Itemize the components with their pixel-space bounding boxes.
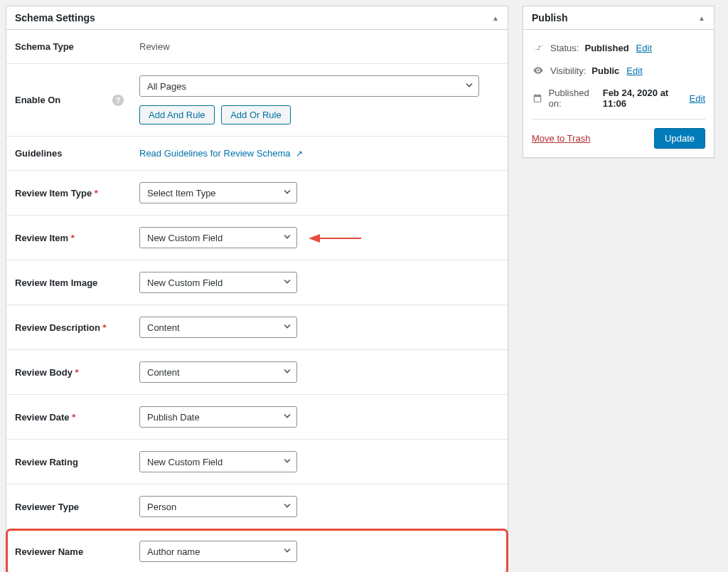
row-review-date: Review Date * Publish Date bbox=[6, 395, 508, 440]
label-review-rating: Review Rating bbox=[6, 440, 131, 484]
label-review-date: Review Date bbox=[15, 412, 70, 423]
row-review-description: Review Description * Content bbox=[6, 305, 508, 350]
edit-status-link[interactable]: Edit bbox=[636, 43, 652, 53]
guidelines-link[interactable]: Read Guidelines for Review Schema ↗ bbox=[139, 148, 303, 159]
schema-settings-header[interactable]: Schema Settings ▲ bbox=[6, 6, 508, 30]
review-item-select[interactable]: New Custom Field bbox=[139, 227, 297, 248]
help-icon[interactable]: ? bbox=[112, 95, 124, 106]
calendar-icon bbox=[532, 93, 543, 103]
required-indicator: * bbox=[72, 412, 75, 423]
pin-icon bbox=[532, 43, 545, 53]
schema-settings-panel: Schema Settings ▲ Schema Type Review Ena… bbox=[6, 6, 508, 572]
add-and-rule-button[interactable]: Add And Rule bbox=[139, 105, 215, 125]
external-link-icon: ↗ bbox=[296, 149, 303, 159]
row-reviewer-type: Reviewer Type Person bbox=[6, 484, 508, 529]
required-indicator: * bbox=[75, 367, 79, 378]
chevron-down-icon bbox=[283, 412, 291, 423]
chevron-down-icon bbox=[283, 322, 291, 333]
edit-visibility-link[interactable]: Edit bbox=[626, 65, 642, 76]
label-review-body: Review Body bbox=[15, 367, 73, 378]
row-schema-type: Schema Type Review bbox=[6, 30, 508, 64]
publish-status-line: Status: Published Edit bbox=[532, 37, 705, 59]
publish-status-value: Published bbox=[584, 43, 628, 53]
label-enable-on: Enable On ? bbox=[6, 64, 131, 137]
publish-visibility-value: Public bbox=[592, 65, 619, 76]
chevron-down-icon bbox=[283, 233, 291, 243]
edit-date-link[interactable]: Edit bbox=[690, 93, 705, 104]
chevron-down-icon bbox=[283, 457, 291, 467]
review-rating-select[interactable]: New Custom Field bbox=[139, 451, 297, 472]
label-guidelines: Guidelines bbox=[6, 137, 131, 171]
eye-icon bbox=[532, 65, 545, 76]
row-reviewer-name: Reviewer Name Author name bbox=[6, 529, 508, 573]
schema-settings-title: Schema Settings bbox=[15, 12, 95, 23]
chevron-down-icon bbox=[283, 277, 291, 288]
chevron-down-icon bbox=[283, 502, 291, 512]
reviewer-name-select[interactable]: Author name bbox=[139, 541, 297, 562]
label-review-description: Review Description bbox=[15, 322, 100, 333]
row-guidelines: Guidelines Read Guidelines for Review Sc… bbox=[6, 137, 508, 171]
enable-on-select[interactable]: All Pages bbox=[139, 75, 479, 97]
review-item-type-select[interactable]: Select Item Type bbox=[139, 182, 297, 203]
svg-marker-1 bbox=[309, 234, 320, 243]
collapse-icon: ▲ bbox=[492, 14, 499, 22]
row-review-rating: Review Rating New Custom Field bbox=[6, 440, 508, 484]
label-reviewer-name: Reviewer Name bbox=[6, 529, 131, 573]
value-schema-type: Review bbox=[131, 30, 508, 64]
review-date-select[interactable]: Publish Date bbox=[139, 406, 297, 428]
chevron-down-icon bbox=[283, 367, 291, 378]
schema-settings-table: Schema Type Review Enable On ? All Pages bbox=[6, 30, 508, 572]
row-enable-on: Enable On ? All Pages bbox=[6, 64, 508, 137]
add-or-rule-button[interactable]: Add Or Rule bbox=[221, 105, 291, 125]
label-review-item-image: Review Item Image bbox=[6, 260, 131, 305]
publish-date-line: Published on: Feb 24, 2020 at 11:06 Edit bbox=[532, 82, 705, 115]
publish-date-value: Feb 24, 2020 at 11:06 bbox=[603, 88, 682, 109]
chevron-down-icon bbox=[465, 81, 473, 92]
required-indicator: * bbox=[103, 322, 107, 333]
required-indicator: * bbox=[71, 233, 75, 243]
label-review-item: Review Item bbox=[15, 233, 68, 243]
publish-header[interactable]: Publish ▲ bbox=[523, 6, 714, 30]
publish-visibility-line: Visibility: Public Edit bbox=[532, 59, 705, 82]
row-review-item-type: Review Item Type * Select Item Type bbox=[6, 171, 508, 216]
review-description-select[interactable]: Content bbox=[139, 317, 297, 338]
label-reviewer-type: Reviewer Type bbox=[6, 484, 131, 529]
collapse-icon: ▲ bbox=[698, 14, 705, 22]
update-button[interactable]: Update bbox=[654, 128, 705, 149]
reviewer-type-select[interactable]: Person bbox=[139, 496, 297, 517]
move-to-trash-link[interactable]: Move to Trash bbox=[532, 133, 590, 144]
chevron-down-icon bbox=[283, 188, 291, 198]
chevron-down-icon bbox=[283, 546, 291, 557]
review-item-image-select[interactable]: New Custom Field bbox=[139, 272, 297, 293]
row-review-item-image: Review Item Image New Custom Field bbox=[6, 260, 508, 305]
label-review-item-type: Review Item Type bbox=[15, 188, 92, 198]
row-review-body: Review Body * Content bbox=[6, 350, 508, 395]
review-body-select[interactable]: Content bbox=[139, 361, 297, 383]
publish-title: Publish bbox=[532, 12, 568, 23]
publish-panel: Publish ▲ Status: Published Edit Visibi bbox=[523, 6, 714, 158]
label-schema-type: Schema Type bbox=[6, 30, 131, 64]
annotation-arrow-icon bbox=[306, 232, 363, 245]
required-indicator: * bbox=[95, 188, 98, 198]
row-review-item: Review Item * New Custom Field bbox=[6, 216, 508, 260]
